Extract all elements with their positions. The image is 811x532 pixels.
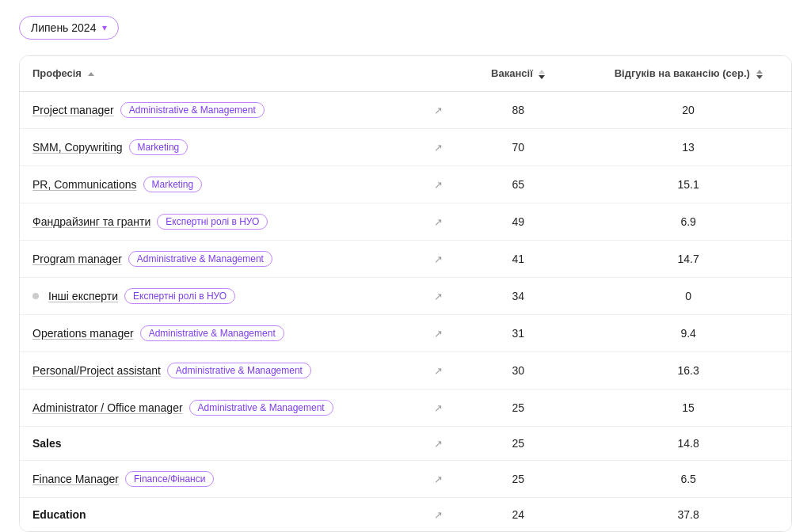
external-link-cell[interactable]: ↗	[425, 460, 451, 497]
profession-tag: Administrative & Management	[140, 325, 284, 341]
dot-icon	[32, 293, 39, 299]
responses-count: 37.8	[585, 497, 791, 531]
profession-tag: Marketing	[129, 139, 188, 155]
profession-name-wrapper: Personal/Project assistantAdministrative…	[32, 363, 413, 378]
col-header-link-spacer	[425, 56, 451, 91]
table-row: Finance ManagerFinance/Фінанси↗256.5	[20, 460, 791, 497]
table-row: Education↗2437.8	[20, 497, 791, 531]
external-link-icon[interactable]: ↗	[434, 253, 443, 265]
external-link-cell[interactable]: ↗	[425, 497, 451, 531]
external-link-cell[interactable]: ↗	[425, 352, 451, 389]
vacancies-count: 24	[451, 497, 585, 531]
vacancies-count: 70	[451, 128, 585, 165]
vacancies-count: 88	[451, 91, 585, 128]
vacancies-sort-down-icon	[539, 75, 545, 79]
profession-tag: Finance/Фінанси	[125, 471, 214, 487]
table-row: Administrator / Office managerAdministra…	[20, 389, 791, 426]
responses-sort-icon[interactable]	[756, 69, 763, 80]
profession-name-wrapper: Education	[32, 508, 413, 521]
external-link-icon[interactable]: ↗	[434, 509, 443, 521]
profession-name[interactable]: Operations manager	[32, 327, 134, 340]
external-link-cell[interactable]: ↗	[425, 389, 451, 426]
profession-tag: Експертні ролі в НУО	[157, 214, 268, 230]
external-link-icon[interactable]: ↗	[434, 291, 443, 302]
profession-name-wrapper: Інші експертиЕкспертні ролі в НУО	[32, 288, 413, 304]
responses-count: 20	[585, 91, 791, 128]
profession-name[interactable]: Administrator / Office manager	[32, 401, 183, 414]
profession-name[interactable]: Project manager	[32, 104, 114, 116]
profession-name[interactable]: Education	[32, 508, 86, 521]
table-row: Personal/Project assistantAdministrative…	[20, 352, 791, 389]
main-table-container: Професія Вакансії Відгуків на вакансію (…	[19, 55, 792, 532]
table-row: Sales↗2514.8	[20, 426, 791, 460]
profession-cell: Administrator / Office managerAdministra…	[20, 389, 425, 426]
external-link-icon[interactable]: ↗	[434, 402, 443, 414]
profession-cell: PR, CommunicationsMarketing	[20, 165, 425, 203]
vacancies-sort-up-icon	[539, 70, 545, 74]
profession-cell: Інші експертиЕкспертні ролі в НУО	[20, 277, 425, 314]
profession-name[interactable]: SMM, Copywriting	[32, 141, 123, 154]
profession-name-wrapper: PR, CommunicationsMarketing	[32, 177, 413, 192]
vacancies-count: 30	[451, 352, 585, 389]
data-table: Професія Вакансії Відгуків на вакансію (…	[20, 56, 791, 531]
external-link-cell[interactable]: ↗	[425, 165, 451, 203]
external-link-cell[interactable]: ↗	[425, 277, 451, 314]
profession-name[interactable]: PR, Communications	[32, 178, 137, 191]
table-header: Професія Вакансії Відгуків на вакансію (…	[20, 56, 791, 91]
profession-cell: Education	[20, 497, 425, 531]
col-header-profession[interactable]: Професія	[20, 56, 425, 91]
profession-cell: Operations managerAdministrative & Manag…	[20, 314, 425, 352]
external-link-icon[interactable]: ↗	[434, 179, 443, 191]
profession-cell: Program managerAdministrative & Manageme…	[20, 240, 425, 277]
table-row: PR, CommunicationsMarketing↗6515.1	[20, 165, 791, 203]
profession-cell: Project managerAdministrative & Manageme…	[20, 91, 425, 128]
external-link-icon[interactable]: ↗	[434, 216, 443, 228]
table-row: Інші експертиЕкспертні ролі в НУО↗340	[20, 277, 791, 314]
external-link-icon[interactable]: ↗	[434, 473, 443, 485]
profession-name[interactable]: Program manager	[32, 253, 122, 265]
month-label: Липень 2024	[31, 21, 96, 34]
vacancies-count: 25	[451, 426, 585, 460]
external-link-icon[interactable]: ↗	[434, 438, 443, 450]
month-dropdown[interactable]: Липень 2024 ▾	[19, 16, 119, 40]
profession-name[interactable]: Finance Manager	[32, 473, 119, 485]
responses-count: 6.9	[585, 203, 791, 240]
profession-sort-icon[interactable]	[88, 71, 94, 77]
external-link-icon[interactable]: ↗	[434, 365, 443, 377]
table-row: Operations managerAdministrative & Manag…	[20, 314, 791, 352]
table-row: Фандрайзинг та грантиЕкспертні ролі в НУ…	[20, 203, 791, 240]
external-link-icon[interactable]: ↗	[434, 142, 443, 154]
profession-name-wrapper: Finance ManagerFinance/Фінанси	[32, 471, 413, 487]
table-row: Program managerAdministrative & Manageme…	[20, 240, 791, 277]
profession-name[interactable]: Інші експерти	[48, 290, 118, 302]
vacancies-count: 41	[451, 240, 585, 277]
vacancies-count: 25	[451, 389, 585, 426]
col-header-vacancies[interactable]: Вакансії	[451, 56, 585, 91]
profession-cell: Finance ManagerFinance/Фінанси	[20, 460, 425, 497]
external-link-cell[interactable]: ↗	[425, 426, 451, 460]
responses-count: 15.1	[585, 165, 791, 203]
external-link-icon[interactable]: ↗	[434, 104, 443, 116]
profession-name[interactable]: Sales	[32, 437, 62, 450]
external-link-cell[interactable]: ↗	[425, 128, 451, 165]
profession-tag: Administrative & Management	[189, 400, 333, 416]
col-responses-label: Відгуків на вакансію (сер.)	[615, 67, 750, 79]
col-header-responses[interactable]: Відгуків на вакансію (сер.)	[585, 56, 791, 91]
profession-name[interactable]: Personal/Project assistant	[32, 364, 161, 377]
vacancies-count: 34	[451, 277, 585, 314]
profession-name[interactable]: Фандрайзинг та гранти	[32, 215, 150, 228]
vacancies-sort-icon[interactable]	[539, 69, 545, 80]
external-link-cell[interactable]: ↗	[425, 240, 451, 277]
vacancies-count: 49	[451, 203, 585, 240]
external-link-icon[interactable]: ↗	[434, 328, 443, 340]
external-link-cell[interactable]: ↗	[425, 203, 451, 240]
external-link-cell[interactable]: ↗	[425, 314, 451, 352]
responses-count: 14.8	[585, 426, 791, 460]
profession-name-wrapper: Program managerAdministrative & Manageme…	[32, 251, 413, 267]
table-row: SMM, CopywritingMarketing↗7013	[20, 128, 791, 165]
external-link-cell[interactable]: ↗	[425, 91, 451, 128]
profession-name-wrapper: Operations managerAdministrative & Manag…	[32, 325, 413, 341]
profession-name-wrapper: Фандрайзинг та грантиЕкспертні ролі в НУ…	[32, 214, 413, 230]
profession-cell: SMM, CopywritingMarketing	[20, 128, 425, 165]
profession-tag: Administrative & Management	[167, 363, 311, 378]
